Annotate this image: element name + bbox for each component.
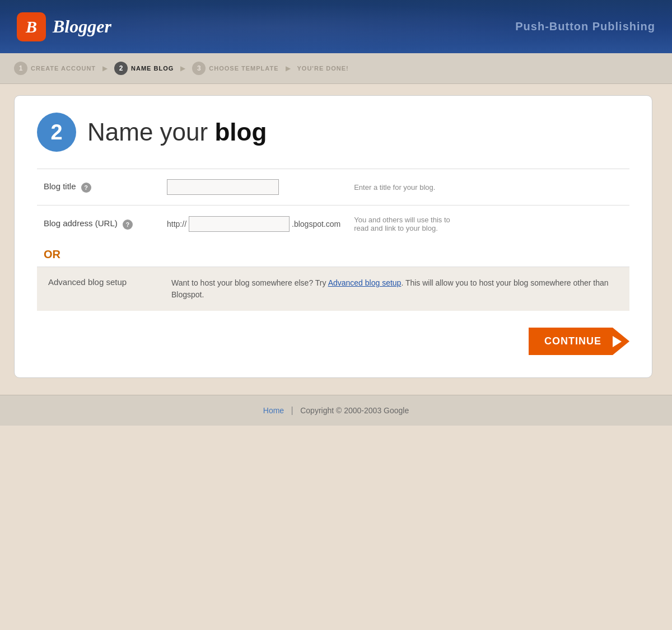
blogger-logo-icon: B [17, 12, 46, 41]
step-3: 3 CHOOSE TEMPLATE [192, 62, 278, 75]
blog-title-input[interactable] [167, 179, 279, 195]
blog-title-hint: Enter a title for your blog. [354, 183, 435, 192]
footer-copyright: Copyright © 2000-2003 Google [300, 406, 409, 415]
step-1: 1 CREATE ACCOUNT [14, 62, 96, 75]
advanced-label: Advanced blog setup [48, 277, 127, 287]
blog-title-input-cell [160, 169, 347, 206]
header: B Blogger Push-Button Publishing [0, 0, 672, 53]
step-arrow-1: ▶ [102, 64, 108, 72]
advanced-label-cell: Advanced blog setup [37, 267, 160, 311]
blog-title-help-icon[interactable]: ? [81, 183, 91, 193]
or-text: OR [44, 248, 60, 260]
step-circle-large: 2 [37, 113, 76, 152]
url-prefix: http:// [167, 220, 186, 228]
step-arrow-3: ▶ [286, 64, 291, 72]
blog-address-help-icon[interactable]: ? [123, 220, 133, 230]
footer: Home | Copyright © 2000-2003 Google [0, 395, 672, 426]
advanced-desc-cell: Want to host your blog somewhere else? T… [160, 267, 629, 311]
advanced-blog-setup-link[interactable]: Advanced blog setup [328, 278, 402, 287]
logo-area: B Blogger [17, 12, 111, 41]
form-card: 2 Name your blog Blog title ? Enter a ti… [14, 95, 652, 378]
blog-url-input[interactable] [189, 216, 290, 232]
step-arrow-2: ▶ [180, 64, 185, 72]
or-cell: OR [37, 242, 629, 267]
main-container: 2 Name your blog Blog title ? Enter a ti… [0, 84, 672, 389]
page-title-normal: Name your [87, 118, 214, 146]
page-title: Name your blog [87, 118, 267, 146]
step-done: YOU'RE DONE! [297, 65, 349, 72]
tagline: Push-Button Publishing [515, 20, 655, 33]
step-3-number: 3 [192, 62, 206, 75]
page-title-area: 2 Name your blog [37, 113, 629, 152]
blog-address-input-cell: http:// .blogspot.com [160, 206, 347, 243]
url-suffix: .blogspot.com [292, 220, 340, 228]
or-row: OR [37, 242, 629, 267]
advanced-description: Want to host your blog somewhere else? T… [171, 278, 609, 299]
blog-title-label-cell: Blog title ? [37, 169, 160, 206]
blog-address-label-cell: Blog address (URL) ? [37, 206, 160, 243]
step-2-label: NAME BLOG [131, 65, 174, 72]
blog-title-hint-cell: Enter a title for your blog. [347, 169, 629, 206]
step-1-number: 1 [14, 62, 27, 75]
continue-area: CONTINUE [37, 328, 629, 355]
blog-address-row: Blog address (URL) ? http:// .blogspot.c… [37, 206, 629, 243]
form-table: Blog title ? Enter a title for your blog… [37, 169, 629, 311]
steps-bar: 1 CREATE ACCOUNT ▶ 2 NAME BLOG ▶ 3 CHOOS… [0, 53, 672, 84]
step-3-label: CHOOSE TEMPLATE [209, 65, 278, 72]
blog-address-label: Blog address (URL) [44, 218, 118, 228]
blogger-logo-text: Blogger [53, 16, 111, 37]
blog-address-hint-cell: You and others will use this to read and… [347, 206, 629, 243]
continue-button[interactable]: CONTINUE [529, 328, 629, 355]
advanced-setup-row: Advanced blog setup Want to host your bl… [37, 267, 629, 311]
footer-separator: | [291, 405, 293, 415]
step-2: 2 NAME BLOG [114, 62, 174, 75]
blogger-b-letter: B [26, 17, 37, 36]
continue-arrow-icon [610, 334, 626, 349]
continue-label: CONTINUE [544, 335, 601, 347]
blog-address-hint-line2: read and link to your blog. [354, 224, 438, 232]
page-title-bold: blog [214, 118, 267, 146]
step-2-number: 2 [114, 62, 128, 75]
step-done-label: YOU'RE DONE! [297, 65, 349, 72]
footer-home-link[interactable]: Home [263, 406, 284, 415]
url-area: http:// .blogspot.com [167, 216, 340, 232]
step-1-label: CREATE ACCOUNT [31, 65, 96, 72]
blog-title-row: Blog title ? Enter a title for your blog… [37, 169, 629, 206]
svg-marker-0 [613, 336, 622, 347]
blog-address-hint-line1: You and others will use this to [354, 216, 450, 224]
advanced-desc-before: Want to host your blog somewhere else? T… [171, 278, 328, 287]
blog-title-label: Blog title [44, 181, 76, 191]
